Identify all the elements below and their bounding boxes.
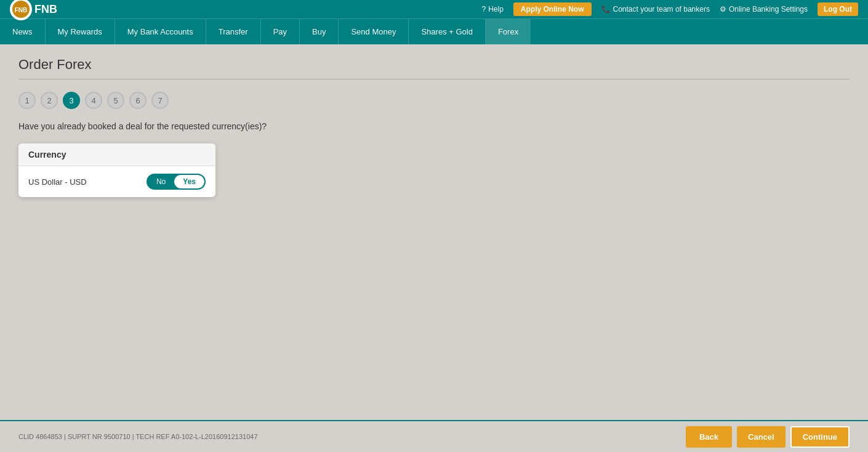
nav-my-bank-accounts[interactable]: My Bank Accounts — [115, 19, 206, 44]
toggle-yes[interactable]: Yes — [174, 175, 204, 188]
cancel-button[interactable]: Cancel — [737, 426, 786, 448]
continue-button[interactable]: Continue — [790, 426, 850, 448]
step-2[interactable]: 2 — [41, 92, 58, 109]
help-link[interactable]: ? Help — [481, 5, 503, 14]
currency-row: US Dollar - USD No Yes — [18, 166, 215, 197]
top-bar: FNB FNB ? Help Apply Online Now 📞 Contac… — [0, 0, 868, 18]
page-title: Order Forex — [18, 57, 850, 73]
toggle-no[interactable]: No — [148, 175, 174, 188]
back-button[interactable]: Back — [686, 426, 732, 448]
contact-link[interactable]: 📞 Contact your team of bankers — [601, 5, 710, 14]
settings-link[interactable]: ⚙ Online Banking Settings — [720, 5, 808, 14]
step-indicators: 1 2 3 4 5 6 7 — [18, 92, 850, 109]
toggle-control[interactable]: No Yes — [147, 174, 206, 190]
nav-buy[interactable]: Buy — [300, 19, 339, 44]
footer: CLID 4864853 | SUPRT NR 9500710 | TECH R… — [0, 420, 868, 452]
nav-transfer[interactable]: Transfer — [206, 19, 261, 44]
step-7[interactable]: 7 — [151, 92, 169, 109]
nav-news[interactable]: News — [0, 19, 46, 44]
title-divider — [18, 79, 850, 79]
question-icon: ? — [481, 5, 486, 14]
currency-card-header: Currency — [18, 143, 215, 166]
footer-info: CLID 4864853 | SUPRT NR 9500710 | TECH R… — [18, 433, 258, 440]
nav-send-money[interactable]: Send Money — [339, 19, 409, 44]
currency-card: Currency US Dollar - USD No Yes — [18, 143, 215, 197]
nav-shares-gold[interactable]: Shares + Gold — [409, 19, 485, 44]
logo-text: FNB — [34, 3, 57, 16]
step-6[interactable]: 6 — [129, 92, 147, 109]
nav-pay[interactable]: Pay — [261, 19, 300, 44]
main-content: Order Forex 1 2 3 4 5 6 7 Have you alrea… — [0, 44, 868, 432]
step-1[interactable]: 1 — [18, 92, 36, 109]
footer-buttons: Back Cancel Continue — [686, 426, 850, 448]
nav-bar: News My Rewards My Bank Accounts Transfe… — [0, 18, 868, 44]
question-text: Have you already booked a deal for the r… — [18, 121, 850, 131]
logout-button[interactable]: Log Out — [818, 2, 858, 16]
gear-icon: ⚙ — [720, 5, 726, 14]
step-4[interactable]: 4 — [85, 92, 102, 109]
svg-text:FNB: FNB — [15, 7, 28, 14]
step-5[interactable]: 5 — [107, 92, 124, 109]
logo-area: FNB FNB — [10, 0, 57, 20]
apply-online-button[interactable]: Apply Online Now — [513, 2, 592, 16]
logo-icon: FNB — [10, 0, 32, 20]
top-bar-actions: ? Help Apply Online Now 📞 Contact your t… — [481, 2, 858, 16]
step-3[interactable]: 3 — [63, 92, 80, 109]
nav-my-rewards[interactable]: My Rewards — [46, 19, 115, 44]
phone-icon: 📞 — [601, 5, 611, 14]
nav-forex[interactable]: Forex — [486, 19, 531, 44]
currency-name: US Dollar - USD — [28, 177, 87, 187]
